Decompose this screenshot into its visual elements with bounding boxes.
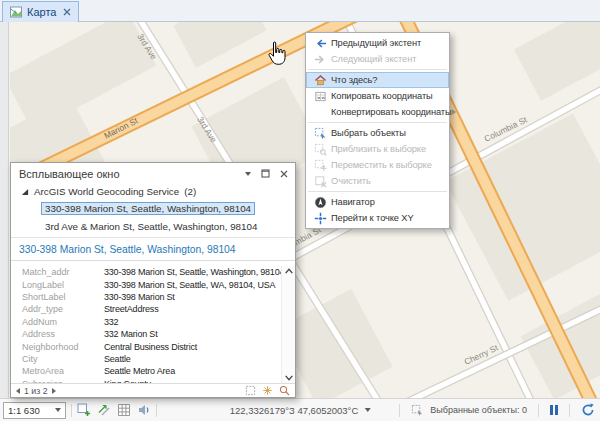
select-record-icon[interactable] (245, 385, 256, 396)
pager-text: 1 из 2 (24, 386, 48, 396)
map-icon (10, 6, 22, 18)
field-row: ShortLabel330-398 Marion St (22, 291, 279, 303)
menu-item-convert-coordinates[interactable]: Конвертировать координаты (306, 104, 449, 120)
select-features-icon (310, 127, 331, 140)
coordinate-dropdown-caret-icon[interactable] (364, 408, 370, 412)
divider (399, 404, 400, 417)
field-row: MetroAreaSeattle Metro Area (22, 365, 279, 377)
arrow-left-icon (310, 37, 331, 50)
field-value: 332 (104, 317, 118, 327)
tab-map[interactable]: Карта (2, 1, 79, 22)
menu-item-label: Очистить (331, 176, 371, 186)
zoom-to-record-icon[interactable] (279, 385, 290, 396)
tab-map-label: Карта (27, 6, 56, 18)
field-label: Match_addr (22, 267, 104, 277)
menu-item-label: Приблизить к выборке (331, 144, 426, 154)
refresh-icon[interactable] (581, 403, 595, 417)
popup-results-tree: ArcGIS World Geocoding Service (2) 330-3… (11, 184, 295, 237)
flash-location-icon[interactable] (262, 385, 273, 396)
popup-footer: 1 из 2 (11, 383, 295, 397)
field-value: 330-398 Marion St, Seattle, WA, 98104, U… (104, 280, 275, 290)
selected-features-icon (411, 404, 424, 417)
menu-item-label: Конвертировать координаты (331, 107, 452, 117)
menu-item-go-to-xy[interactable]: Перейти к точке XY (306, 210, 449, 226)
menu-item-label: Предыдущий экстент (331, 38, 421, 48)
grid-icon[interactable] (117, 403, 131, 417)
view-tab-bar: Карта (0, 0, 600, 22)
menu-item-label: Навигатор (331, 197, 375, 207)
field-value: King County (104, 379, 151, 383)
left-pane-edge (0, 22, 9, 398)
speaker-icon[interactable] (137, 403, 151, 417)
scale-input[interactable]: 1:1 630 (3, 402, 66, 419)
menu-separator (308, 69, 447, 70)
field-label: AddNum (22, 317, 104, 327)
scale-dropdown-caret-icon[interactable] (55, 408, 61, 412)
popup-title-bar[interactable]: Всплывающее окно (11, 163, 295, 184)
field-label: ShortLabel (22, 292, 104, 302)
field-value: Seattle Metro Area (104, 366, 175, 376)
tree-result[interactable]: 3rd Ave & Marion St, Seattle, Washington… (41, 220, 261, 233)
divider (538, 404, 539, 417)
field-value: Central Business District (104, 342, 197, 352)
field-label: City (22, 354, 104, 364)
field-label: Addr_type (22, 304, 104, 314)
menu-item-label: Следующий экстент (331, 54, 416, 64)
divider (569, 404, 570, 417)
popup-undock-icon[interactable] (261, 169, 270, 178)
pan-to-selection-icon (310, 159, 331, 172)
context-menu: Предыдущий экстент Следующий экстент Что… (305, 32, 450, 229)
detail-title-link[interactable]: 330-398 Marion St, Seattle, Washington, … (11, 238, 295, 261)
scroll-down-icon[interactable] (284, 375, 294, 381)
menu-item-pan-to-selection[interactable]: Переместить к выборке (306, 157, 449, 173)
tab-close-icon[interactable] (63, 8, 71, 16)
menu-item-navigator[interactable]: Навигатор (306, 194, 449, 210)
menu-item-label: Копировать координаты (331, 91, 433, 101)
scroll-up-icon[interactable] (284, 268, 294, 274)
menu-separator (308, 122, 447, 123)
field-row: Address332 Marion St (22, 328, 279, 340)
field-row: SubregionKing County (22, 378, 279, 383)
pager-next-icon[interactable] (52, 388, 56, 394)
menu-item-label: Выбрать объекты (331, 128, 406, 138)
navigator-compass-icon (310, 196, 331, 209)
arcgis-pro-window: Marion St 3rd Ave 3rd Ave Columbia St Co… (0, 0, 600, 421)
tree-service-node[interactable]: ArcGIS World Geocoding Service (2) (21, 186, 287, 197)
field-label: LongLabel (22, 280, 104, 290)
popup-menu-caret-icon[interactable] (245, 172, 251, 176)
attribute-table: Match_addr330-398 Marion St, Seattle, Wa… (11, 261, 295, 383)
tree-expanded-icon (21, 188, 29, 196)
field-value: 330-398 Marion St, Seattle, Washington, … (104, 267, 284, 277)
field-row: NeighborhoodCentral Business District (22, 340, 279, 352)
menu-item-clear-selection[interactable]: Очистить (306, 173, 449, 189)
field-label: Address (22, 329, 104, 339)
field-row: LongLabel330-398 Marion St, Seattle, WA,… (22, 278, 279, 290)
xy-crosshair-icon (310, 212, 331, 225)
field-value: Seattle (104, 354, 131, 364)
tree-result-selected[interactable]: 330-398 Marion St, Seattle, Washington, … (41, 202, 255, 215)
field-value: 332 Marion St (104, 329, 157, 339)
spatial-map-tool-icon[interactable] (77, 403, 91, 417)
pause-drawing-icon[interactable] (550, 405, 558, 415)
coordinate-text: 122,3326179°З 47,6052003°С (230, 405, 359, 416)
submenu-arrow-icon (452, 109, 456, 115)
menu-item-select-features[interactable]: Выбрать объекты (306, 125, 449, 141)
record-pager: 1 из 2 (16, 386, 56, 396)
menu-item-copy-coordinates[interactable]: Копировать координаты (306, 88, 449, 104)
popup-scrollbar[interactable] (281, 266, 295, 383)
copy-coordinates-icon (310, 90, 331, 103)
pager-prev-icon[interactable] (16, 388, 20, 394)
menu-item-what-is-here[interactable]: Что здесь? (306, 72, 449, 88)
menu-item-zoom-to-selection[interactable]: Приблизить к выборке (306, 141, 449, 157)
menu-item-label: Перейти к точке XY (331, 213, 414, 223)
popup-pane: Всплывающее окно ArcGIS World Geocoding … (10, 162, 296, 398)
selected-features-count: 0 (522, 405, 527, 415)
divider (156, 404, 157, 417)
popup-close-icon[interactable] (280, 170, 288, 178)
zoom-to-selection-icon (310, 143, 331, 156)
convert-arrows-icon[interactable] (97, 403, 111, 417)
menu-item-next-extent[interactable]: Следующий экстент (306, 51, 449, 67)
tree-service-label: ArcGIS World Geocoding Service (34, 186, 179, 197)
menu-item-previous-extent[interactable]: Предыдущий экстент (306, 35, 449, 51)
coordinate-readout[interactable]: 122,3326179°З 47,6052003°С (230, 405, 371, 416)
